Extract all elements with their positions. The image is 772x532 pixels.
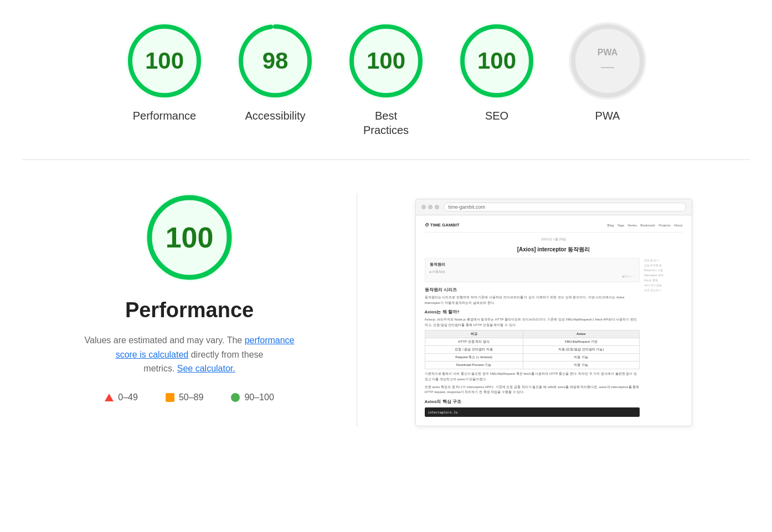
preview-code-block: interceptors.ts (425, 407, 640, 417)
legend-mid: 50–89 (166, 392, 204, 402)
detail-desc-suffix: directly from these (191, 350, 264, 359)
aside-link-5: Vue.js 통합 (644, 278, 683, 283)
score-legend: 0–49 50–89 90–100 (105, 392, 274, 402)
detail-title: Performance (125, 298, 254, 322)
aside-link-7: 토큰 갱신하기 (644, 288, 683, 293)
legend-mid-range: 50–89 (179, 392, 204, 402)
score-circle-seo: 100 (458, 22, 536, 100)
legend-square-icon (166, 393, 174, 402)
nav-item-blog: Blog (607, 223, 614, 228)
nav-item-series: Series (627, 223, 637, 228)
table-cell-2-2: 지원 (요청/응답 인터셉터 가능) (523, 346, 639, 354)
aside-link-1: 관련 글 보기 (644, 258, 683, 263)
score-item-seo: 100 SEO (458, 22, 536, 123)
calculator-link[interactable]: See calculator. (177, 364, 235, 373)
preview-toc: 동작원리 ▸ 가목차리 펼치기 ↑ ↓ (425, 258, 640, 282)
svg-point-7 (462, 27, 531, 95)
webpage-preview: time-gambit.com ⏱ TIME GAMBIT Blog Tags … (415, 199, 692, 426)
table-cell-2-1: 요청 / 응답 인터셉터 지원 (425, 346, 523, 354)
aside-link-3: React에서 사용 (644, 268, 683, 273)
legend-high: 90–100 (231, 392, 274, 402)
legend-low-range: 0–49 (118, 392, 138, 402)
preview-section3-title: Axios의 핵심 구조 (425, 399, 640, 405)
aside-link-4: Interceptor 예제 (644, 273, 683, 278)
preview-section2-title: Axios는 뭐 할까? (425, 309, 640, 316)
browser-dots (421, 205, 439, 209)
preview-section1-title: 동작원리 시리즈 (425, 287, 640, 293)
table-cell-1-1: HTTP 요청 처리 방식 (425, 338, 523, 346)
score-circle-best-practices: 100 (347, 22, 425, 100)
table-header-1: 비교 (425, 330, 523, 338)
table-cell-3-1: Request 취소 (+ timeout) (425, 354, 523, 361)
detail-metrics-prefix: metrics. (143, 364, 177, 373)
preview-post-title: [Axios] interceptor 동작원리 (425, 245, 683, 254)
score-label-accessibility: Accessibility (245, 109, 306, 123)
preview-extra-text-1: 기본적으로 웹에서 서버 통신이 필요한 경우 XMLHttpRequest 혹… (425, 371, 640, 382)
svg-point-1 (130, 27, 199, 95)
score-circle-accessibility: 98 (236, 22, 314, 100)
detail-score-circle: 100 (145, 193, 234, 282)
browser-chrome: time-gambit.com (416, 199, 692, 215)
score-label-seo: SEO (485, 109, 508, 123)
nav-item-about: About (674, 223, 683, 228)
preview-logo: ⏱ TIME GAMBIT (425, 222, 460, 229)
preview-date: 2023년 1월 28일 (425, 237, 683, 242)
browser-dot-2 (428, 205, 433, 209)
preview-section1-text: 동작원리는 시리즈로 진행하려 하며 기존에 사용하던 라이브러리를 더 깊이 … (425, 295, 640, 306)
browser-address: time-gambit.com (444, 203, 686, 211)
aside-link-6: 에러 처리 방법 (644, 283, 683, 288)
nav-item-tags: Tags (617, 223, 624, 228)
preview-toc-title: 동작원리 (430, 262, 635, 268)
detail-description: Values are estimated and may vary. The p… (73, 333, 306, 376)
preview-section2-text: Axios는 브라우저와 Node.js 환경에서 동작하는 HTTP 클라이언… (425, 317, 640, 328)
preview-toc-link: ▸ 가목차리 (430, 270, 635, 275)
score-item-performance: 100 Performance (126, 22, 203, 123)
legend-circle-icon (231, 393, 240, 402)
score-item-best-practices: 100 BestPractices (347, 22, 425, 137)
score-item-pwa: PWA — PWA (569, 22, 646, 123)
detail-section: 100 Performance Values are estimated and… (0, 160, 772, 459)
table-header-2: Axios (523, 330, 639, 338)
table-cell-1-2: XMLHttpRequest 기반 (523, 338, 639, 346)
svg-point-8 (573, 27, 642, 95)
preview-body-wrapper: 동작원리 ▸ 가목차리 펼치기 ↑ ↓ 동작원리 시리즈 동작원리는 시리즈로 … (425, 258, 683, 419)
preview-site-header: ⏱ TIME GAMBIT Blog Tags Series Bookmark … (425, 222, 683, 233)
browser-dot-3 (435, 205, 439, 209)
preview-toc-toggle: 펼치기 ↑ ↓ (430, 275, 635, 279)
browser-dot-1 (421, 205, 426, 209)
score-label-performance: Performance (133, 109, 197, 123)
preview-code-filename: interceptors.ts (428, 410, 458, 414)
legend-triangle-icon (105, 394, 114, 401)
preview-extra-text-2: 또한 axios 특징의 중 하나가 interceptors API다. 기존… (425, 385, 640, 395)
svg-point-10 (150, 198, 229, 277)
legend-high-range: 90–100 (244, 392, 274, 402)
legend-low: 0–49 (105, 392, 138, 402)
page-content: ⏱ TIME GAMBIT Blog Tags Series Bookmark … (416, 215, 692, 426)
score-label-best-practices: BestPractices (363, 109, 409, 137)
nav-item-projects: Projects (658, 223, 671, 228)
table-cell-3-2: 지원 가능 (523, 354, 639, 361)
svg-point-5 (352, 27, 420, 95)
score-label-pwa: PWA (595, 109, 620, 123)
score-item-accessibility: 98 Accessibility (236, 22, 314, 123)
vertical-divider (357, 193, 357, 426)
preview-main-content: 동작원리 ▸ 가목차리 펼치기 ↑ ↓ 동작원리 시리즈 동작원리는 시리즈로 … (425, 258, 640, 419)
aside-link-2: 성능 최적화 팁 (644, 263, 683, 268)
scores-section: 100 Performance 98 Accessibility 100 Bes… (0, 0, 772, 159)
preview-comparison-table: 비교 Axios HTTP 요청 처리 방식 XMLHttpRequest 기반… (425, 330, 640, 369)
table-cell-4-2: 지원 가능 (523, 361, 639, 369)
detail-desc-text: Values are estimated and may vary. The (85, 335, 243, 345)
detail-right: time-gambit.com ⏱ TIME GAMBIT Blog Tags … (379, 193, 728, 426)
preview-nav: Blog Tags Series Bookmark Projects About (607, 223, 682, 228)
detail-left: 100 Performance Values are estimated and… (44, 193, 334, 402)
score-circle-pwa: PWA — (569, 22, 646, 100)
score-circle-performance: 100 (126, 22, 203, 100)
nav-item-bookmark: Bookmark (640, 223, 655, 228)
table-cell-4-1: Download Process 기능 (425, 361, 523, 369)
svg-point-3 (241, 27, 310, 95)
preview-aside: 관련 글 보기 성능 최적화 팁 React에서 사용 Interceptor … (644, 258, 683, 419)
